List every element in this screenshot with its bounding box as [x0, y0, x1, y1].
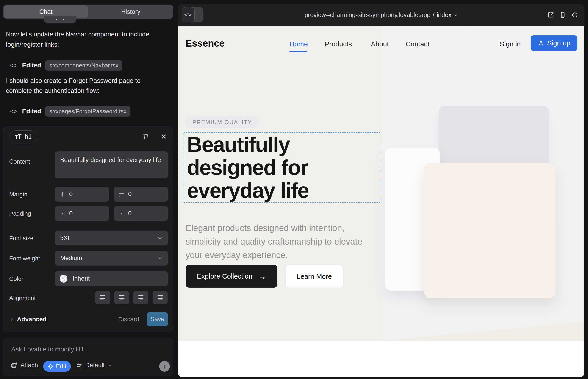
- site-preview: Essence Home Products About Contact Sign…: [178, 26, 584, 377]
- code-icon: <>: [10, 62, 18, 69]
- attach-button[interactable]: Attach: [11, 362, 38, 369]
- chevron-down-icon: [157, 255, 163, 261]
- code-toggle-button[interactable]: <>: [182, 7, 195, 22]
- save-button[interactable]: Save: [147, 312, 168, 326]
- font-weight-label: Font weight: [9, 255, 40, 262]
- user-icon: [538, 40, 544, 46]
- align-center-icon: [118, 294, 125, 301]
- font-size-label: Font size: [9, 235, 33, 242]
- arrow-right-icon: →: [258, 272, 266, 281]
- open-external-button[interactable]: [547, 12, 554, 18]
- sliders-icon: [76, 362, 82, 368]
- code-preview-toggle: <>: [182, 7, 203, 22]
- padding-y-input[interactable]: 0: [114, 206, 168, 221]
- nav-link-products[interactable]: Products: [325, 40, 352, 48]
- refresh-button[interactable]: [571, 12, 578, 18]
- align-center-button[interactable]: [114, 291, 129, 304]
- decor-card-cream: [424, 163, 556, 298]
- scrolled-element-remnant: [44, 16, 76, 23]
- hero-heading[interactable]: Beautifully designed for everyday life: [187, 133, 380, 202]
- attach-image-icon: [11, 362, 18, 369]
- tab-bar: Chat History: [3, 5, 173, 19]
- align-justify-icon: [157, 294, 164, 301]
- padding-x-input[interactable]: 0: [55, 206, 109, 221]
- mobile-icon: [559, 12, 566, 18]
- margin-x-input[interactable]: 0: [55, 187, 109, 202]
- file-chip[interactable]: src/components/Navbar.tsx: [45, 60, 123, 71]
- edited-label: Edited: [22, 108, 41, 115]
- chat-composer: Attach Edit Default ↑: [3, 338, 173, 376]
- content-label: Content: [9, 158, 30, 165]
- url-bar: preview--charming-site-symphony.lovable.…: [178, 4, 584, 26]
- padding-label: Padding: [9, 210, 31, 217]
- topbar-actions: [547, 12, 578, 18]
- element-editor-panel: тT h1 ✕ Content Beautifully designed for…: [3, 126, 173, 332]
- tab-history[interactable]: History: [88, 5, 173, 19]
- align-left-icon: [99, 294, 106, 301]
- page-selector[interactable]: index: [437, 12, 451, 19]
- arrow-up-icon: ↑: [163, 363, 166, 370]
- file-chip[interactable]: src/pages/ForgotPassword.tsx: [45, 106, 130, 117]
- preview-window: <> preview--charming-site-symphony.lovab…: [178, 4, 584, 377]
- external-link-icon: [547, 12, 554, 18]
- composer-input[interactable]: [11, 344, 163, 355]
- hero-badge: PREMIUM QUALITY: [186, 116, 259, 128]
- font-weight-select[interactable]: Medium: [55, 251, 168, 266]
- margin-vertical-icon: [119, 191, 124, 197]
- edited-file-row: <> Edited src/components/Navbar.tsx: [10, 60, 123, 71]
- refresh-icon: [571, 12, 578, 18]
- hero-paragraph: Elegant products designed with intention…: [186, 221, 369, 262]
- nav-link-home[interactable]: Home: [289, 40, 308, 48]
- preview-url: preview--charming-site-symphony.lovable.…: [305, 12, 431, 19]
- element-tag-label: h1: [25, 133, 32, 141]
- trash-icon: [142, 133, 150, 140]
- chat-sidebar: Chat History Now let's update the Navbar…: [0, 0, 178, 379]
- alignment-label: Alignment: [9, 295, 36, 302]
- nav-link-about[interactable]: About: [371, 40, 389, 48]
- chevron-right-icon: [9, 317, 14, 322]
- selected-h1-outline[interactable]: Beautifully designed for everyday life: [184, 132, 380, 203]
- align-left-button[interactable]: [95, 291, 110, 304]
- padding-vertical-icon: [119, 211, 124, 217]
- font-size-select[interactable]: 5XL: [55, 231, 168, 245]
- nav-link-contact[interactable]: Contact: [406, 40, 429, 48]
- mode-select[interactable]: Default: [76, 362, 112, 369]
- advanced-toggle[interactable]: Advanced: [9, 316, 46, 323]
- send-button[interactable]: ↑: [159, 361, 170, 372]
- align-right-icon: [137, 294, 144, 301]
- preview-topbar: <> preview--charming-site-symphony.lovab…: [178, 4, 584, 26]
- selected-element-chip: тT h1: [9, 130, 37, 143]
- align-right-button[interactable]: [133, 291, 148, 304]
- align-justify-button[interactable]: [153, 291, 168, 304]
- margin-horizontal-icon: [60, 191, 66, 197]
- margin-y-input[interactable]: 0: [114, 187, 168, 202]
- edited-file-row: <> Edited src/pages/ForgotPassword.tsx: [10, 106, 130, 117]
- code-icon: <>: [10, 108, 18, 115]
- edit-mode-button[interactable]: Edit: [43, 361, 71, 372]
- explore-collection-button[interactable]: Explore Collection →: [186, 265, 278, 288]
- sign-in-link[interactable]: Sign in: [500, 40, 521, 48]
- chevron-down-icon: [108, 363, 112, 367]
- chat-message: I should also create a Forgot Password p…: [6, 76, 162, 96]
- color-select[interactable]: Inherit: [55, 271, 168, 286]
- padding-horizontal-icon: [60, 211, 66, 217]
- margin-label: Margin: [9, 191, 27, 198]
- color-swatch: [60, 275, 67, 283]
- close-editor-button[interactable]: ✕: [159, 131, 169, 142]
- chevron-down-icon: [454, 13, 458, 17]
- site-logo[interactable]: Essence: [186, 38, 225, 49]
- close-icon: ✕: [161, 133, 167, 141]
- sign-up-button[interactable]: Sign up: [531, 35, 577, 51]
- target-icon: [48, 363, 54, 369]
- learn-more-button[interactable]: Learn More: [285, 265, 343, 288]
- color-label: Color: [9, 275, 23, 283]
- delete-element-button[interactable]: [141, 131, 151, 142]
- url-separator: /: [433, 12, 434, 19]
- discard-button[interactable]: Discard: [116, 316, 141, 323]
- active-nav-underline: [289, 51, 307, 52]
- code-icon: <>: [184, 11, 192, 18]
- chat-message: Now let's update the Navbar component to…: [6, 29, 155, 49]
- chevron-down-icon: [157, 235, 163, 241]
- mobile-view-button[interactable]: [559, 12, 566, 18]
- content-input[interactable]: Beautifully designed for everyday life: [55, 151, 168, 178]
